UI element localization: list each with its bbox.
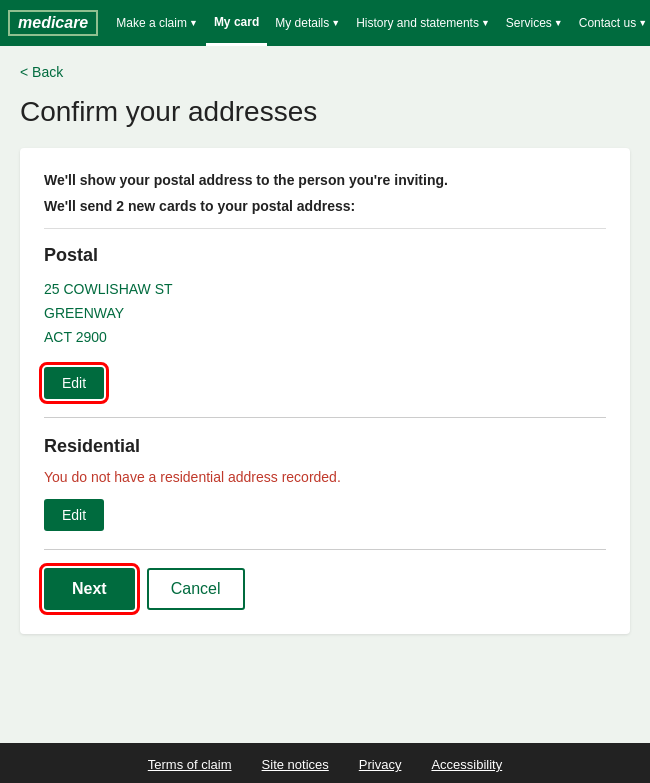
info-text-1: We'll show your postal address to the pe…	[44, 172, 606, 188]
postal-edit-button[interactable]: Edit	[44, 367, 104, 399]
no-residential-address: You do not have a residential address re…	[44, 469, 606, 485]
postal-line3: ACT 2900	[44, 326, 606, 350]
next-button[interactable]: Next	[44, 568, 135, 610]
info-text-2: We'll send 2 new cards to your postal ad…	[44, 198, 606, 214]
back-link[interactable]: < Back	[20, 64, 630, 80]
nav-make-a-claim[interactable]: Make a claim▼	[108, 0, 206, 46]
footer-accessibility[interactable]: Accessibility	[431, 757, 502, 772]
residential-section-title: Residential	[44, 436, 606, 457]
nav-my-details[interactable]: My details▼	[267, 0, 348, 46]
divider-middle	[44, 417, 606, 418]
nav-history-statements[interactable]: History and statements▼	[348, 0, 498, 46]
nav-contact-us[interactable]: Contact us▼	[571, 0, 650, 46]
postal-line2: GREENWAY	[44, 302, 606, 326]
nav-my-card[interactable]: My card	[206, 0, 267, 46]
content-card: We'll show your postal address to the pe…	[20, 148, 630, 634]
footer-terms[interactable]: Terms of claim	[148, 757, 232, 772]
medicare-logo[interactable]: medicare	[8, 10, 98, 36]
main-nav: Make a claim▼ My card My details▼ Histor…	[108, 0, 650, 46]
cancel-button[interactable]: Cancel	[147, 568, 245, 610]
footer-privacy[interactable]: Privacy	[359, 757, 402, 772]
divider-bottom	[44, 549, 606, 550]
residential-edit-button[interactable]: Edit	[44, 499, 104, 531]
postal-line1: 25 COWLISHAW ST	[44, 278, 606, 302]
divider-top	[44, 228, 606, 229]
footer: Terms of claim Site notices Privacy Acce…	[0, 743, 650, 783]
page-title: Confirm your addresses	[20, 96, 630, 128]
nav-services[interactable]: Services▼	[498, 0, 571, 46]
action-buttons: Next Cancel	[44, 568, 606, 610]
footer-site-notices[interactable]: Site notices	[262, 757, 329, 772]
header: medicare Make a claim▼ My card My detail…	[0, 0, 650, 46]
postal-section-title: Postal	[44, 245, 606, 266]
postal-address: 25 COWLISHAW ST GREENWAY ACT 2900	[44, 278, 606, 349]
main-content: < Back Confirm your addresses We'll show…	[0, 46, 650, 743]
